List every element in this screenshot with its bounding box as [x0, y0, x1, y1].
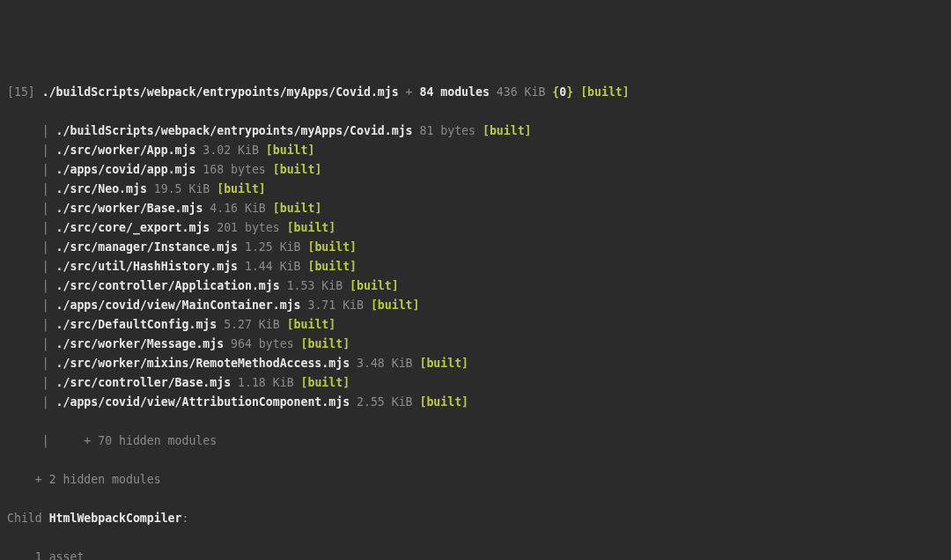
built-tag: [built] [287, 318, 336, 331]
module-row: | ./src/controller/Application.mjs 1.53 … [7, 276, 944, 296]
pipe: | [42, 376, 49, 389]
module-row: | ./src/DefaultConfig.mjs 5.27 KiB [buil… [7, 315, 944, 335]
pipe: | [42, 182, 49, 195]
entry-header: [15] ./buildScripts/webpack/entrypoints/… [7, 83, 944, 102]
module-size: 3.48 KiB [350, 357, 419, 370]
module-path: ./src/util/HashHistory.mjs [56, 260, 238, 273]
module-size: 3.71 KiB [301, 298, 371, 312]
built-tag: [built] [217, 182, 266, 195]
module-row: | ./apps/covid/app.mjs 168 bytes [built] [7, 160, 944, 180]
built-tag: [built] [419, 395, 468, 409]
module-path: ./apps/covid/app.mjs [56, 163, 196, 176]
built-tag: [built] [371, 298, 420, 312]
module-row: | ./src/worker/App.mjs 3.02 KiB [built] [7, 141, 944, 160]
entry-size: 436 KiB [490, 85, 552, 99]
module-row: | ./src/manager/Instance.mjs 1.25 KiB [b… [7, 238, 944, 257]
module-size: 5.27 KiB [217, 318, 286, 331]
module-path: ./src/worker/mixins/RemoteMethodAccess.m… [56, 357, 350, 370]
built-tag: [built] [301, 376, 350, 389]
module-size: 201 bytes [210, 221, 286, 234]
module-size: 168 bytes [195, 163, 272, 176]
pipe: | [42, 240, 49, 254]
module-row: | ./src/worker/Message.mjs 964 bytes [bu… [7, 335, 944, 354]
pipe: | [42, 357, 49, 370]
module-path: ./src/Neo.mjs [56, 182, 147, 195]
pipe: | [42, 318, 49, 331]
built-tag: [built] [419, 357, 468, 370]
built-tag: [built] [350, 279, 399, 292]
asset-count: 1 asset [7, 548, 944, 560]
pipe: | [42, 260, 49, 273]
module-path: ./apps/covid/view/AttributionComponent.m… [56, 395, 350, 409]
hidden-modules-outer: + 2 hidden modules [7, 470, 944, 490]
module-path: ./src/DefaultConfig.mjs [56, 318, 217, 331]
module-size: 1.25 KiB [238, 240, 307, 254]
built-tag: [built] [307, 260, 357, 273]
module-row: | ./src/controller/Base.mjs 1.18 KiB [bu… [7, 373, 944, 393]
built-tag: [built] [273, 202, 322, 215]
module-row: | ./src/Neo.mjs 19.5 KiB [built] [7, 180, 944, 199]
module-size: 81 bytes [413, 124, 483, 137]
module-row: | ./apps/covid/view/MainContainer.mjs 3.… [7, 296, 944, 315]
built-tag: [built] [483, 124, 532, 137]
module-path: ./src/worker/Base.mjs [56, 202, 203, 215]
child-compiler: Child HtmlWebpackCompiler: [7, 509, 944, 528]
built-tag: [built] [287, 221, 336, 234]
module-row: | ./src/worker/Base.mjs 4.16 KiB [built] [7, 199, 944, 218]
built-tag: [built] [307, 240, 357, 254]
module-size: 1.44 KiB [238, 260, 307, 273]
pipe: | [42, 144, 49, 157]
entry-path: ./buildScripts/webpack/entrypoints/myApp… [42, 85, 399, 99]
built-tag: [built] [580, 85, 630, 99]
module-path: ./apps/covid/view/MainContainer.mjs [56, 298, 301, 312]
built-tag: [built] [273, 163, 322, 176]
pipe: | [42, 202, 49, 215]
pipe: | [42, 279, 49, 292]
module-row: | ./src/core/_export.mjs 201 bytes [buil… [7, 218, 944, 238]
pipe: | [42, 395, 49, 409]
pipe: | [42, 124, 49, 137]
module-path: ./src/worker/App.mjs [56, 144, 196, 157]
module-path: ./src/core/_export.mjs [56, 221, 210, 234]
module-size: 964 bytes [224, 337, 300, 350]
module-path: ./src/controller/Base.mjs [56, 376, 232, 389]
pipe: | [42, 337, 49, 350]
built-tag: [built] [301, 337, 350, 350]
built-tag: [built] [266, 144, 315, 157]
module-size: 1.53 KiB [280, 279, 350, 292]
module-path: ./src/manager/Instance.mjs [56, 240, 238, 254]
module-row: | ./src/util/HashHistory.mjs 1.44 KiB [b… [7, 257, 944, 276]
module-path: ./src/controller/Application.mjs [56, 279, 280, 292]
child-name: HtmlWebpackCompiler [49, 512, 182, 525]
hidden-modules-inner: | + 70 hidden modules [7, 431, 944, 451]
module-row: | ./apps/covid/view/AttributionComponent… [7, 393, 944, 412]
module-row: | ./src/worker/mixins/RemoteMethodAccess… [7, 354, 944, 373]
module-size: 19.5 KiB [147, 182, 217, 195]
pipe: | [42, 163, 49, 176]
module-path: ./buildScripts/webpack/entrypoints/myApp… [56, 124, 413, 137]
pipe: | [42, 221, 49, 234]
module-row: | ./buildScripts/webpack/entrypoints/myA… [7, 122, 944, 141]
module-size: 1.18 KiB [231, 376, 300, 389]
entry-index: [15] [7, 85, 35, 99]
module-path: ./src/worker/Message.mjs [56, 337, 225, 350]
module-size: 3.02 KiB [195, 144, 265, 157]
module-size: 4.16 KiB [203, 202, 272, 215]
entry-extra: 84 modules [419, 85, 489, 99]
module-size: 2.55 KiB [350, 395, 419, 409]
pipe: | [42, 298, 49, 312]
